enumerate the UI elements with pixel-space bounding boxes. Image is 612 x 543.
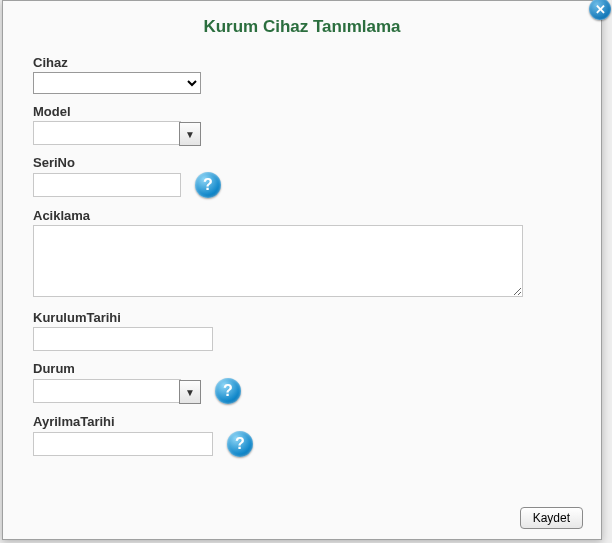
- combo-durum: ▼: [33, 379, 201, 403]
- close-icon: ✕: [595, 3, 606, 16]
- label-model: Model: [33, 104, 571, 119]
- dialog-title: Kurum Cihaz Tanımlama: [33, 17, 571, 37]
- dropdown-button-model[interactable]: ▼: [179, 122, 201, 146]
- label-ayrilmatarihi: AyrilmaTarihi: [33, 414, 571, 429]
- field-aciklama: Aciklama: [33, 208, 571, 300]
- help-icon: ?: [235, 435, 245, 453]
- chevron-down-icon: ▼: [185, 387, 195, 398]
- input-model[interactable]: [33, 121, 181, 145]
- field-kurulumtarihi: KurulumTarihi: [33, 310, 571, 351]
- label-aciklama: Aciklama: [33, 208, 571, 223]
- input-cihaz[interactable]: [33, 72, 201, 94]
- save-button[interactable]: Kaydet: [520, 507, 583, 529]
- device-definition-dialog: ✕ Kurum Cihaz Tanımlama Cihaz Model ▼ Se…: [2, 0, 602, 540]
- label-kurulumtarihi: KurulumTarihi: [33, 310, 571, 325]
- field-durum: Durum ▼ ?: [33, 361, 571, 404]
- field-cihaz: Cihaz: [33, 55, 571, 94]
- help-button-ayrilmatarihi[interactable]: ?: [227, 431, 253, 457]
- field-model: Model ▼: [33, 104, 571, 145]
- dialog-footer: Kaydet: [520, 507, 583, 529]
- label-durum: Durum: [33, 361, 571, 376]
- input-aciklama[interactable]: [33, 225, 523, 297]
- help-button-durum[interactable]: ?: [215, 378, 241, 404]
- label-serino: SeriNo: [33, 155, 571, 170]
- field-serino: SeriNo ?: [33, 155, 571, 198]
- input-durum[interactable]: [33, 379, 181, 403]
- help-icon: ?: [223, 382, 233, 400]
- input-ayrilmatarihi[interactable]: [33, 432, 213, 456]
- field-ayrilmatarihi: AyrilmaTarihi ?: [33, 414, 571, 457]
- combo-model: ▼: [33, 121, 201, 145]
- help-button-serino[interactable]: ?: [195, 172, 221, 198]
- chevron-down-icon: ▼: [185, 129, 195, 140]
- label-cihaz: Cihaz: [33, 55, 571, 70]
- close-button[interactable]: ✕: [589, 0, 611, 20]
- input-kurulumtarihi[interactable]: [33, 327, 213, 351]
- help-icon: ?: [203, 176, 213, 194]
- dropdown-button-durum[interactable]: ▼: [179, 380, 201, 404]
- input-serino[interactable]: [33, 173, 181, 197]
